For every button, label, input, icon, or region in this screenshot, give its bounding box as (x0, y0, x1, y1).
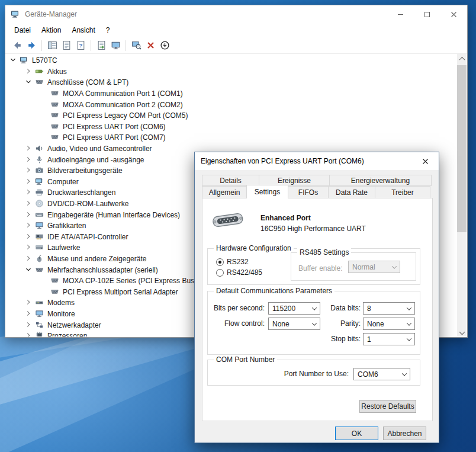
parity-label: Parity: (321, 318, 361, 330)
tree-item[interactable]: MOXA Communication Port 2 (COM2) (5, 99, 457, 110)
menu-aktion[interactable]: Aktion (36, 24, 66, 36)
communications-parameters-group: Default Communications Parameters Bits p… (207, 291, 420, 355)
chevron-collapsed-icon[interactable] (24, 188, 34, 197)
stop-bits-select[interactable]: 1 (363, 333, 415, 345)
tree-item-label: Modems (47, 299, 75, 307)
chevron-collapsed-icon[interactable] (24, 298, 34, 307)
rs232-radio[interactable]: RS232 (216, 258, 249, 266)
flow-control-select[interactable]: None (268, 318, 320, 330)
scan-hardware-changes-button[interactable] (129, 39, 143, 53)
rs485-settings-group: RS485 Settings Buffer enable: Normal (291, 252, 416, 281)
chevron-down-icon (312, 305, 317, 310)
tab-settings[interactable]: Settings (246, 185, 288, 198)
tree-scrollbar[interactable] (457, 54, 467, 336)
chevron-collapsed-icon[interactable] (24, 155, 34, 165)
chevron-collapsed-icon[interactable] (24, 232, 34, 242)
chevron-expanded-icon[interactable] (24, 78, 34, 87)
remote-desktop-button[interactable] (108, 39, 123, 53)
chevron-collapsed-icon[interactable] (24, 210, 34, 220)
menu-hilfe[interactable]: ? (101, 24, 115, 36)
tab-data-rate[interactable]: Data Rate (328, 186, 375, 198)
maximize-button[interactable] (414, 5, 440, 23)
forward-button[interactable] (24, 39, 38, 53)
minimize-icon (397, 11, 404, 18)
chevron-collapsed-icon[interactable] (24, 243, 34, 252)
tree-item-label: Netzwerkadapter (47, 321, 101, 329)
tree-item[interactable]: PCI Express UART Port (COM7) (5, 132, 457, 143)
com-port-icon (50, 122, 60, 132)
bits-per-second-label: Bits per second: (208, 302, 265, 315)
hid-device-icon (35, 210, 44, 220)
com-port-icon (50, 100, 60, 110)
flow-control-label: Flow control: (208, 318, 265, 330)
chevron-collapsed-icon[interactable] (24, 67, 34, 76)
port-number-select[interactable]: COM6 (353, 368, 410, 380)
mouse-icon (35, 254, 44, 264)
chevron-collapsed-icon[interactable] (24, 320, 34, 330)
tree-item[interactable]: L570TC (5, 55, 457, 66)
combo-value: None (272, 320, 290, 328)
tab-treiber[interactable]: Treiber (375, 186, 430, 198)
tab-fifos[interactable]: FIFOs (288, 186, 329, 198)
menu-ansicht[interactable]: Ansicht (66, 24, 100, 36)
chevron-collapsed-icon[interactable] (24, 331, 34, 336)
maximize-icon (424, 11, 430, 18)
chevron-collapsed-icon[interactable] (24, 144, 34, 153)
parity-select[interactable]: None (363, 318, 415, 330)
titlebar[interactable]: Geräte-Manager (5, 5, 467, 23)
scroll-up-button[interactable] (457, 54, 467, 63)
tree-item-label: IDE ATA/ATAPI-Controller (47, 233, 128, 241)
combo-value: 115200 (272, 304, 295, 313)
chevron-collapsed-icon[interactable] (24, 199, 34, 209)
chevron-collapsed-icon[interactable] (24, 166, 34, 175)
dialog-titlebar[interactable]: Eigenschaften von PCI Express UART Port … (195, 152, 439, 170)
forward-icon (27, 40, 37, 50)
modem-icon (35, 298, 44, 307)
help-button[interactable]: ? (73, 39, 88, 53)
back-button[interactable] (10, 39, 24, 53)
close-button[interactable] (440, 5, 467, 23)
chevron-collapsed-icon[interactable] (24, 177, 34, 187)
scroll-thumb[interactable] (457, 65, 467, 232)
tree-item[interactable]: MOXA Communication Port 1 (COM1) (5, 88, 457, 100)
export-list-button[interactable] (94, 39, 108, 53)
stop-bits-label: Stop bits: (321, 333, 361, 345)
close-icon (422, 158, 429, 165)
minimize-button[interactable] (387, 5, 414, 23)
storage-controller-icon (35, 232, 44, 242)
tree-item[interactable]: PCI Express UART Port (COM6) (5, 121, 457, 133)
chevron-spacer (40, 276, 49, 286)
data-bits-select[interactable]: 8 (363, 302, 415, 315)
chevron-collapsed-icon[interactable] (24, 309, 34, 319)
tree-item-label: PCI Express UART Port (COM6) (63, 123, 166, 131)
properties-button[interactable] (59, 39, 73, 53)
dialog-close-button[interactable] (412, 152, 439, 170)
uninstall-device-button[interactable] (143, 39, 157, 53)
rs422-485-radio[interactable]: RS422/485 (216, 268, 262, 277)
com-port-number-group: COM Port Number Port Number to Use: COM6 (207, 360, 420, 386)
chevron-collapsed-icon[interactable] (24, 254, 34, 264)
tree-item[interactable]: PCI Express Legacy COM Port (COM5) (5, 110, 457, 121)
cpu-icon (35, 331, 44, 336)
port-number-label: Port Number to Use: (208, 368, 349, 380)
scroll-down-button[interactable] (457, 327, 467, 336)
cancel-button[interactable]: Abbrechen (383, 427, 426, 440)
serial-connector-icon (210, 209, 246, 233)
tree-item[interactable]: Akkus (5, 66, 457, 78)
tree-item[interactable]: Anschlüsse (COM & LPT) (5, 77, 457, 88)
chevron-spacer (40, 111, 49, 120)
com-port-icon (50, 276, 60, 286)
chevron-collapsed-icon[interactable] (24, 221, 34, 230)
menu-datei[interactable]: Datei (9, 24, 36, 36)
bits-per-second-select[interactable]: 115200 (268, 302, 320, 315)
restore-defaults-button[interactable]: Restore Defaults (359, 400, 416, 413)
chevron-expanded-icon[interactable] (9, 56, 18, 65)
ok-button[interactable]: OK (335, 427, 378, 440)
tab-allgemein[interactable]: Allgemein (202, 186, 247, 198)
combo-value: 8 (367, 304, 371, 313)
chevron-expanded-icon[interactable] (24, 265, 34, 275)
disable-device-button[interactable] (157, 39, 172, 53)
tab-energieverwaltung[interactable]: Energieverwaltung (329, 175, 432, 186)
show-console-tree-button[interactable] (45, 39, 59, 53)
menubar: Datei Aktion Ansicht ? (5, 23, 467, 37)
